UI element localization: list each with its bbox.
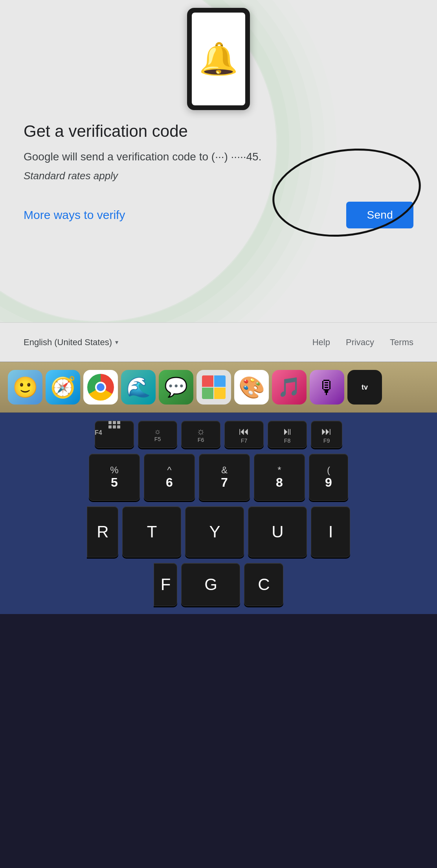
language-dropdown-arrow: ▾ xyxy=(115,338,118,346)
key-f9[interactable]: ⏭ F9 xyxy=(311,421,342,448)
appletv-label: tv xyxy=(362,383,368,392)
card-note: Standard rates apply xyxy=(24,170,413,182)
u-label: U xyxy=(272,522,283,541)
f8-label: F8 xyxy=(284,438,290,444)
privacy-link[interactable]: Privacy xyxy=(346,337,374,348)
help-link[interactable]: Help xyxy=(312,337,330,348)
terms-link[interactable]: Terms xyxy=(390,337,413,348)
key-5-bottom: 5 xyxy=(111,476,118,489)
key-8-bottom: 8 xyxy=(276,476,283,489)
brightness-up-icon: ☼ xyxy=(196,426,205,437)
key-9-top: ( xyxy=(327,465,330,475)
f4-label: F4 xyxy=(95,430,134,448)
key-6-bottom: 6 xyxy=(166,476,173,489)
key-f8[interactable]: ⏯ F8 xyxy=(268,421,307,448)
key-y[interactable]: Y xyxy=(185,506,244,557)
dots-grid-icon xyxy=(108,421,120,428)
key-g[interactable]: G xyxy=(181,563,240,606)
footer-bar: English (United States) ▾ Help Privacy T… xyxy=(0,322,437,362)
action-row: More ways to verify Send xyxy=(0,202,437,228)
verify-card: 🔔 Get a verification code Google will se… xyxy=(0,0,437,322)
dock-item-finder[interactable]: 🙂 xyxy=(8,370,42,405)
dock-item-chrome[interactable] xyxy=(83,370,118,405)
key-f5[interactable]: ☼ F5 xyxy=(138,421,177,448)
key-f6[interactable]: ☼ F6 xyxy=(181,421,220,448)
dock-item-photos-collage[interactable] xyxy=(196,370,231,405)
send-button[interactable]: Send xyxy=(346,202,413,228)
key-f4[interactable]: F4 xyxy=(95,421,134,448)
card-description: Google will send a verification code to … xyxy=(24,149,413,165)
f5-label: F5 xyxy=(154,436,161,442)
forward-icon: ⏭ xyxy=(321,425,332,438)
edge-icon: 🌊 xyxy=(126,376,151,399)
dock-item-messages[interactable]: 💬 xyxy=(159,370,193,405)
key-5-top: % xyxy=(110,465,118,475)
dock-item-music[interactable]: 🎵 xyxy=(272,370,307,405)
music-icon: 🎵 xyxy=(277,376,301,398)
f6-label: F6 xyxy=(198,437,204,443)
key-t[interactable]: T xyxy=(122,506,181,557)
messages-icon: 💬 xyxy=(164,376,188,398)
f-label: F xyxy=(161,575,171,594)
f7-label: F7 xyxy=(241,438,247,444)
key-7-bottom: 7 xyxy=(221,476,228,489)
card-title: Get a verification code xyxy=(24,122,413,141)
t-label: T xyxy=(147,522,157,541)
key-7-top: & xyxy=(221,465,228,475)
bell-icon: 🔔 xyxy=(199,40,238,77)
more-ways-link[interactable]: More ways to verify xyxy=(24,208,125,222)
key-6-top: ^ xyxy=(167,465,171,475)
brightness-down-icon: ☼ xyxy=(154,427,161,436)
dock-item-edge[interactable]: 🌊 xyxy=(121,370,156,405)
rewind-icon: ⏮ xyxy=(239,425,249,438)
footer-links: Help Privacy Terms xyxy=(312,337,413,348)
dock-item-appletv[interactable]: tv xyxy=(347,370,382,405)
key-c[interactable]: C xyxy=(244,563,283,606)
language-label: English (United States) xyxy=(24,337,112,348)
f9-label: F9 xyxy=(323,438,330,444)
alpha-row-2: F G C xyxy=(4,563,433,606)
language-selector[interactable]: English (United States) ▾ xyxy=(24,337,118,348)
keyboard-area: F4 ☼ F5 ☼ F6 ⏮ F7 ⏯ F8 ⏭ F9 % xyxy=(0,413,437,614)
alpha-row-1: R T Y U I xyxy=(4,506,433,557)
key-f[interactable]: F xyxy=(154,563,177,606)
dock-item-podcasts[interactable]: 🎙 xyxy=(310,370,344,405)
num-key-row: % 5 ^ 6 & 7 * 8 ( 9 xyxy=(4,454,433,501)
play-pause-icon: ⏯ xyxy=(282,425,292,438)
key-7[interactable]: & 7 xyxy=(199,454,250,501)
chrome-icon xyxy=(87,374,114,401)
photos-collage-icon xyxy=(202,375,226,399)
key-9[interactable]: ( 9 xyxy=(309,454,348,501)
phone-illustration: 🔔 xyxy=(187,8,250,110)
c-label: C xyxy=(258,575,269,594)
key-5[interactable]: % 5 xyxy=(89,454,140,501)
key-8[interactable]: * 8 xyxy=(254,454,305,501)
g-label: G xyxy=(204,575,217,594)
dock-item-photos[interactable]: 🎨 xyxy=(234,370,269,405)
key-9-bottom: 9 xyxy=(325,476,332,489)
safari-icon: 🧭 xyxy=(50,375,76,399)
key-f7[interactable]: ⏮ F7 xyxy=(224,421,264,448)
podcasts-icon: 🎙 xyxy=(318,377,336,398)
key-8-top: * xyxy=(277,465,281,475)
key-6[interactable]: ^ 6 xyxy=(144,454,195,501)
chrome-inner-circle xyxy=(95,382,106,393)
r-label: R xyxy=(97,522,108,541)
phone-screen: 🔔 xyxy=(192,13,245,105)
y-label: Y xyxy=(209,522,220,541)
mac-dock: 🙂 🧭 🌊 💬 🎨 🎵 🎙 xyxy=(0,362,437,413)
key-i[interactable]: I xyxy=(311,506,350,557)
finder-icon: 🙂 xyxy=(13,375,38,399)
key-r[interactable]: R xyxy=(87,506,118,557)
browser-screen: 🔔 Get a verification code Google will se… xyxy=(0,0,437,362)
key-u[interactable]: U xyxy=(248,506,307,557)
photos-icon: 🎨 xyxy=(239,375,265,400)
card-content: Get a verification code Google will send… xyxy=(0,122,437,202)
i-label: I xyxy=(329,522,333,541)
fn-key-row: F4 ☼ F5 ☼ F6 ⏮ F7 ⏯ F8 ⏭ F9 xyxy=(4,421,433,448)
dock-item-safari[interactable]: 🧭 xyxy=(46,370,80,405)
